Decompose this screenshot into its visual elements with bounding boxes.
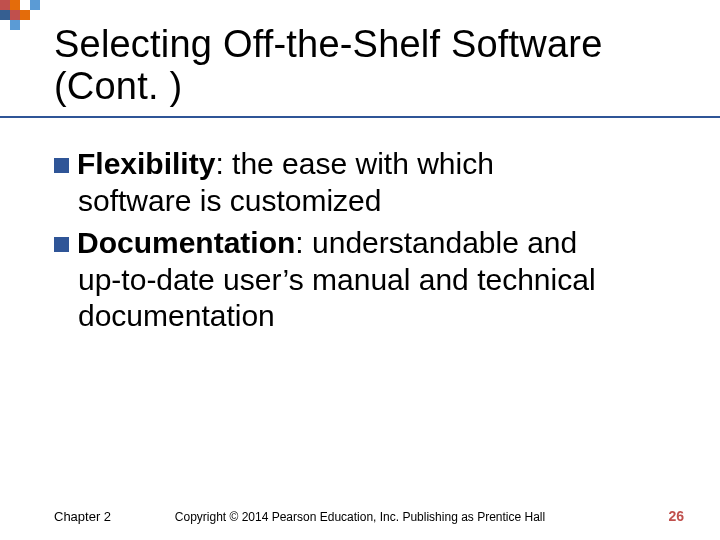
desc-rest: software is customized (54, 183, 676, 220)
list-item: Documentation: understandable and up-to-… (54, 225, 676, 335)
desc-first: : the ease with which (215, 147, 493, 180)
slide: Selecting Off-the-Shelf Software (Cont. … (0, 0, 720, 540)
term: Documentation (77, 226, 295, 259)
bullet-icon (54, 237, 69, 252)
bullet-icon (54, 158, 69, 173)
title-underline (0, 116, 720, 118)
desc-first: : understandable and (295, 226, 577, 259)
slide-body: Flexibility: the ease with which softwar… (54, 146, 676, 341)
footer-copyright: Copyright © 2014 Pearson Education, Inc.… (0, 510, 720, 524)
term: Flexibility (77, 147, 215, 180)
footer-page: 26 (668, 508, 684, 524)
desc-rest: up-to-date user’s manual and technical d… (54, 262, 676, 335)
logo (0, 0, 50, 32)
list-item: Flexibility: the ease with which softwar… (54, 146, 676, 219)
slide-title: Selecting Off-the-Shelf Software (Cont. … (54, 24, 700, 108)
